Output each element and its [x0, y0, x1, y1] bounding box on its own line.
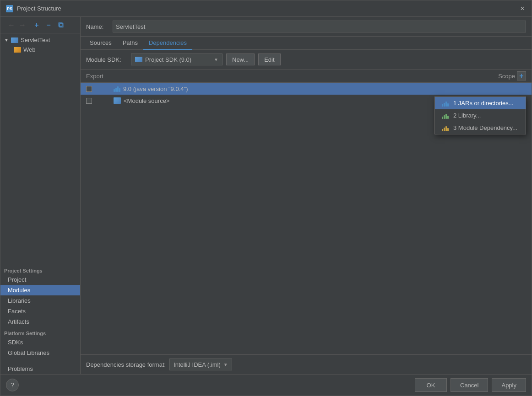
tab-paths[interactable]: Paths [117, 37, 143, 50]
sidebar-item-problems[interactable]: Problems [0, 364, 80, 374]
export-checkbox-2[interactable] [86, 98, 92, 104]
storage-format-value: IntelliJ IDEA (.iml) [174, 361, 221, 368]
add-dependency-button[interactable]: + [517, 71, 526, 80]
tabs-bar: Sources Paths Dependencies [81, 37, 532, 50]
sdk-folder-icon [135, 57, 142, 62]
storage-bar: Dependencies storage format: IntelliJ ID… [81, 354, 532, 374]
nav-forward-button[interactable]: → [18, 21, 27, 30]
dep-export-checkbox-1[interactable] [86, 86, 114, 92]
platform-settings-section: Platform Settings SDKs Global Libraries [0, 327, 80, 358]
tree-root-label: ServletTest [21, 37, 50, 43]
name-input[interactable] [113, 21, 526, 32]
right-panel: Name: Sources Paths Dependencies Module … [81, 17, 532, 374]
dep-name-jdk: 9.0 (java version "9.0.4") [114, 86, 480, 92]
menu-moddep-label: 3 Module Dependency... [453, 124, 517, 131]
storage-format-dropdown[interactable]: IntelliJ IDEA (.iml) ▼ [169, 359, 232, 370]
menu-item-jars[interactable]: 1 JARs or directories... [435, 97, 526, 109]
sdk-edit-button[interactable]: Edit [258, 54, 280, 65]
menu-library-icon [442, 112, 449, 119]
footer: ? OK Cancel Apply [0, 374, 532, 396]
menu-jars-label: 1 JARs or directories... [453, 100, 514, 107]
ok-button[interactable]: OK [415, 378, 447, 392]
col-scope-header: Scope + [480, 71, 526, 80]
sidebar-item-sdks[interactable]: SDKs [0, 337, 80, 348]
sidebar-item-global-libraries[interactable]: Global Libraries [0, 348, 80, 358]
export-checkbox-1[interactable] [86, 86, 92, 92]
col-scope-label: Scope [498, 73, 515, 80]
dep-jdk-label: 9.0 (java version "9.0.4") [123, 86, 188, 92]
sdk-new-button[interactable]: New... [226, 54, 255, 65]
module-tree: ▼ ServletTest Web [0, 33, 80, 264]
name-label: Name: [86, 23, 109, 30]
name-bar: Name: [81, 17, 532, 37]
close-button[interactable]: × [519, 5, 526, 12]
web-icon [13, 47, 22, 53]
add-module-button[interactable]: + [32, 20, 42, 30]
nav-arrows: ← → [4, 21, 30, 30]
sdk-dropdown[interactable]: Project SDK (9.0) ▼ [131, 54, 223, 65]
sdk-value: Project SDK (9.0) [145, 56, 191, 63]
tree-web-label: Web [23, 46, 36, 53]
tree-arrow-icon: ▼ [4, 37, 10, 43]
jars-icon [440, 100, 450, 107]
cancel-button[interactable]: Cancel [451, 378, 488, 392]
help-button[interactable]: ? [6, 379, 19, 391]
moddep-icon [440, 125, 450, 131]
main-content: ← → + − ⧉ ▼ ServletTest [0, 17, 532, 374]
project-settings-label: Project Settings [0, 264, 80, 274]
dep-row-jdk[interactable]: 9.0 (java version "9.0.4") [81, 83, 532, 95]
add-dependency-menu: 1 JARs or directories... [434, 96, 526, 134]
storage-dropdown-arrow-icon: ▼ [223, 362, 228, 367]
project-settings-section: Project Settings Project Modules Librari… [0, 264, 80, 327]
dep-export-checkbox-2[interactable] [86, 98, 114, 104]
sdk-dropdown-arrow-icon: ▼ [214, 57, 218, 62]
dep-table-body: 9.0 (java version "9.0.4") <Module sourc… [81, 83, 532, 354]
dep-name-source: <Module source> [114, 97, 480, 104]
module-sdk-label: Module SDK: [86, 56, 127, 63]
platform-settings-label: Platform Settings [0, 327, 80, 337]
nav-back-button[interactable]: ← [7, 21, 16, 30]
sidebar-item-modules[interactable]: Modules [0, 285, 80, 295]
jdk-icon [114, 86, 120, 92]
sidebar-item-artifacts[interactable]: Artifacts [0, 316, 80, 327]
remove-module-button[interactable]: − [43, 20, 54, 30]
dep-table-header: Export Scope + [81, 70, 532, 83]
menu-item-library[interactable]: 2 Library... [435, 109, 526, 122]
menu-jars-icon [442, 100, 449, 107]
library-icon [440, 112, 450, 119]
tab-dependencies[interactable]: Dependencies [143, 37, 192, 50]
title-bar: PS Project Structure × [0, 0, 532, 17]
menu-library-label: 2 Library... [453, 112, 481, 119]
dialog-title: Project Structure [17, 5, 519, 12]
tree-root-item[interactable]: ▼ ServletTest [0, 35, 80, 45]
sidebar-item-libraries[interactable]: Libraries [0, 295, 80, 306]
storage-format-label: Dependencies storage format: [86, 361, 166, 368]
sidebar: ← → + − ⧉ ▼ ServletTest [0, 17, 81, 374]
tab-sources[interactable]: Sources [84, 37, 117, 50]
copy-module-button[interactable]: ⧉ [55, 20, 65, 30]
project-structure-dialog: PS Project Structure × ← → + − ⧉ ▼ [0, 0, 532, 396]
apply-button[interactable]: Apply [492, 378, 526, 392]
sidebar-toolbar: ← → + − ⧉ [0, 17, 80, 33]
dep-source-label: <Module source> [124, 97, 169, 104]
dependencies-panel: Module SDK: Project SDK (9.0) ▼ New... E… [81, 50, 532, 374]
module-icon [11, 37, 19, 43]
menu-moddep-icon [442, 125, 449, 131]
sdk-bar: Module SDK: Project SDK (9.0) ▼ New... E… [81, 50, 532, 70]
module-source-icon [114, 97, 121, 104]
sidebar-item-project[interactable]: Project [0, 274, 80, 285]
col-export-header: Export [86, 73, 114, 80]
app-icon: PS [6, 5, 13, 12]
menu-item-module-dep[interactable]: 3 Module Dependency... [435, 122, 526, 134]
sidebar-item-facets[interactable]: Facets [0, 306, 80, 316]
tree-web-item[interactable]: Web [0, 45, 80, 54]
